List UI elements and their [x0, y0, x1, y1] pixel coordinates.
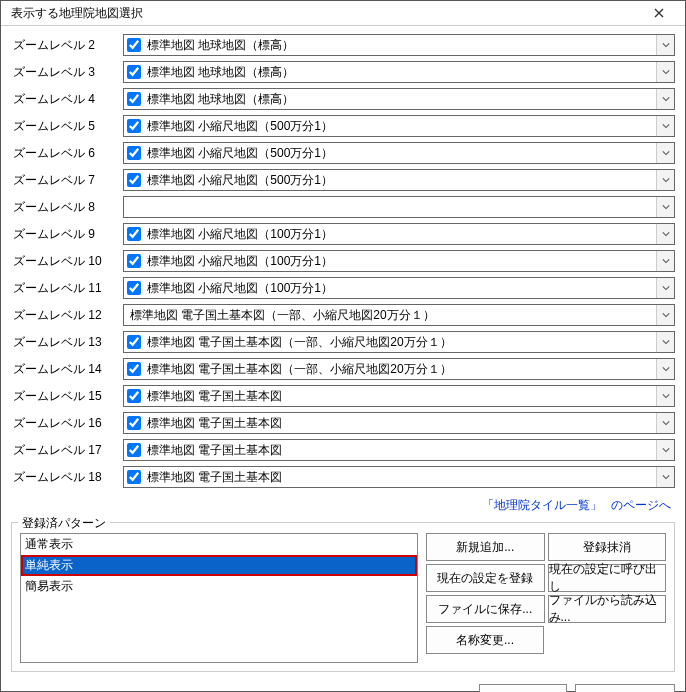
zoom-level-select[interactable]: 標準地図 電子国土基本図 [123, 439, 675, 461]
zoom-level-label: ズームレベル 4 [11, 91, 123, 108]
zoom-level-checkbox[interactable] [127, 362, 141, 376]
zoom-level-label: ズームレベル 7 [11, 172, 123, 189]
zoom-level-label: ズームレベル 13 [11, 334, 123, 351]
zoom-level-label: ズームレベル 8 [11, 199, 123, 216]
chevron-down-icon[interactable] [656, 89, 674, 109]
zoom-level-label: ズームレベル 11 [11, 280, 123, 297]
chevron-down-icon[interactable] [656, 305, 674, 325]
zoom-level-label: ズームレベル 15 [11, 388, 123, 405]
zoom-level-value: 標準地図 小縮尺地図（500万分1） [145, 118, 656, 135]
patterns-listbox[interactable]: 通常表示単純表示簡易表示 [20, 533, 418, 663]
zoom-level-select[interactable]: 標準地図 地球地図（標高） [123, 88, 675, 110]
zoom-level-row: ズームレベル 2標準地図 地球地図（標高） [11, 34, 675, 56]
chevron-down-icon[interactable] [656, 62, 674, 82]
zoom-level-checkbox[interactable] [127, 65, 141, 79]
list-item[interactable]: 簡易表示 [21, 576, 417, 597]
chevron-down-icon[interactable] [656, 359, 674, 379]
zoom-level-row: ズームレベル 18標準地図 電子国土基本図 [11, 466, 675, 488]
zoom-level-checkbox[interactable] [127, 92, 141, 106]
zoom-level-checkbox[interactable] [127, 416, 141, 430]
zoom-level-value: 標準地図 電子国土基本図 [145, 415, 656, 432]
zoom-level-checkbox[interactable] [127, 254, 141, 268]
chevron-down-icon[interactable] [656, 224, 674, 244]
zoom-level-select[interactable]: 標準地図 電子国土基本図 [123, 466, 675, 488]
chevron-down-icon[interactable] [656, 440, 674, 460]
zoom-level-value: 標準地図 小縮尺地図（500万分1） [145, 172, 656, 189]
zoom-level-label: ズームレベル 3 [11, 64, 123, 81]
zoom-level-row: ズームレベル 12標準地図 電子国土基本図（一部、小縮尺地図20万分１） [11, 304, 675, 326]
zoom-level-label: ズームレベル 17 [11, 442, 123, 459]
zoom-level-select[interactable]: 標準地図 小縮尺地図（500万分1） [123, 142, 675, 164]
list-item[interactable]: 通常表示 [21, 534, 417, 555]
to-page-link[interactable]: のページへ [611, 498, 671, 512]
zoom-level-select[interactable]: 標準地図 小縮尺地図（100万分1） [123, 250, 675, 272]
zoom-level-select[interactable]: 標準地図 電子国土基本図（一部、小縮尺地図20万分１） [123, 358, 675, 380]
zoom-level-select[interactable]: 標準地図 小縮尺地図（500万分1） [123, 169, 675, 191]
chevron-down-icon[interactable] [656, 386, 674, 406]
zoom-level-checkbox[interactable] [127, 227, 141, 241]
zoom-level-select[interactable] [123, 196, 675, 218]
load-current-button[interactable]: 現在の設定に呼び出し [548, 564, 667, 592]
chevron-down-icon[interactable] [656, 251, 674, 271]
delete-button[interactable]: 登録抹消 [548, 533, 667, 561]
zoom-level-row: ズームレベル 3標準地図 地球地図（標高） [11, 61, 675, 83]
zoom-level-select[interactable]: 標準地図 電子国土基本図（一部、小縮尺地図20万分１） [123, 304, 675, 326]
zoom-level-value: 標準地図 小縮尺地図（100万分1） [145, 280, 656, 297]
chevron-down-icon[interactable] [656, 332, 674, 352]
zoom-level-select[interactable]: 標準地図 地球地図（標高） [123, 61, 675, 83]
tile-list-link[interactable]: 「地理院タイル一覧」 [482, 498, 602, 512]
zoom-level-value: 標準地図 小縮尺地図（100万分1） [145, 253, 656, 270]
zoom-level-value: 標準地図 地球地図（標高） [145, 37, 656, 54]
zoom-level-label: ズームレベル 12 [11, 307, 123, 324]
tile-list-link-row: 「地理院タイル一覧」 のページへ [11, 493, 675, 520]
new-add-button[interactable]: 新規追加... [426, 533, 545, 561]
zoom-level-select[interactable]: 標準地図 地球地図（標高） [123, 34, 675, 56]
zoom-level-checkbox[interactable] [127, 119, 141, 133]
zoom-level-value: 標準地図 電子国土基本図（一部、小縮尺地図20万分１） [124, 307, 656, 324]
zoom-level-checkbox[interactable] [127, 173, 141, 187]
zoom-level-select[interactable]: 標準地図 電子国土基本図 [123, 412, 675, 434]
list-item[interactable]: 単純表示 [21, 555, 417, 576]
zoom-level-value: 標準地図 電子国土基本図（一部、小縮尺地図20万分１） [145, 334, 656, 351]
rename-button[interactable]: 名称変更... [426, 626, 544, 654]
pattern-buttons-column: 新規追加... 登録抹消 現在の設定を登録 現在の設定に呼び出し ファイルに保存… [426, 533, 666, 663]
chevron-down-icon[interactable] [656, 413, 674, 433]
zoom-level-value: 標準地図 電子国土基本図 [145, 388, 656, 405]
cancel-button[interactable]: ↶ キャンセル [575, 684, 675, 692]
chevron-down-icon[interactable] [656, 278, 674, 298]
close-icon[interactable] [639, 1, 679, 25]
zoom-level-select[interactable]: 標準地図 電子国土基本図（一部、小縮尺地図20万分１） [123, 331, 675, 353]
zoom-level-select[interactable]: 標準地図 小縮尺地図（100万分1） [123, 277, 675, 299]
zoom-level-checkbox[interactable] [127, 443, 141, 457]
zoom-level-select[interactable]: 標準地図 電子国土基本図 [123, 385, 675, 407]
chevron-down-icon[interactable] [656, 35, 674, 55]
save-file-button[interactable]: ファイルに保存... [426, 595, 545, 623]
chevron-down-icon[interactable] [656, 197, 674, 217]
zoom-level-checkbox[interactable] [127, 335, 141, 349]
ok-button[interactable]: ✔ OK [479, 684, 567, 692]
zoom-level-select[interactable]: 標準地図 小縮尺地図（100万分1） [123, 223, 675, 245]
zoom-level-value: 標準地図 電子国土基本図 [145, 469, 656, 486]
zoom-level-row: ズームレベル 8 [11, 196, 675, 218]
zoom-level-row: ズームレベル 15標準地図 電子国土基本図 [11, 385, 675, 407]
chevron-down-icon[interactable] [656, 467, 674, 487]
zoom-level-checkbox[interactable] [127, 146, 141, 160]
zoom-level-value: 標準地図 小縮尺地図（100万分1） [145, 226, 656, 243]
save-current-button[interactable]: 現在の設定を登録 [426, 564, 545, 592]
zoom-level-checkbox[interactable] [127, 281, 141, 295]
zoom-level-checkbox[interactable] [127, 38, 141, 52]
zoom-level-checkbox[interactable] [127, 389, 141, 403]
chevron-down-icon[interactable] [656, 116, 674, 136]
load-file-button[interactable]: ファイルから読み込み... [548, 595, 667, 623]
chevron-down-icon[interactable] [656, 170, 674, 190]
zoom-level-row: ズームレベル 4標準地図 地球地図（標高） [11, 88, 675, 110]
zoom-level-select[interactable]: 標準地図 小縮尺地図（500万分1） [123, 115, 675, 137]
zoom-level-value: 標準地図 電子国土基本図（一部、小縮尺地図20万分１） [145, 361, 656, 378]
zoom-level-checkbox[interactable] [127, 470, 141, 484]
zoom-level-label: ズームレベル 9 [11, 226, 123, 243]
chevron-down-icon[interactable] [656, 143, 674, 163]
zoom-level-row: ズームレベル 7標準地図 小縮尺地図（500万分1） [11, 169, 675, 191]
zoom-level-label: ズームレベル 18 [11, 469, 123, 486]
group-legend: 登録済パターン [18, 515, 110, 532]
zoom-level-row: ズームレベル 17標準地図 電子国土基本図 [11, 439, 675, 461]
